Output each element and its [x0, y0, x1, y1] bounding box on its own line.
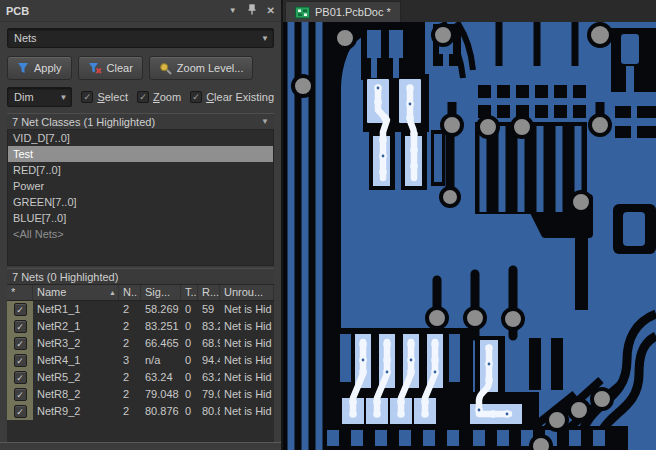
net-enable-checkbox[interactable]: ✓ — [14, 337, 27, 350]
select-checkbox[interactable]: ✓ Select — [81, 91, 128, 103]
net-cell: 0 — [181, 369, 198, 386]
net-cell: Net is Hid — [220, 318, 274, 335]
net-row[interactable]: ✓NetR3_2266.465068.9Net is Hid — [7, 335, 274, 352]
net-row[interactable]: ✓NetR4_13n/a094.4Net is Hid — [7, 352, 274, 369]
nets-header[interactable]: 7 Nets (0 Highlighted) — [7, 268, 274, 285]
column-header-[interactable]: * — [7, 285, 33, 300]
column-header-n[interactable]: N.. — [119, 285, 141, 300]
column-header-sig[interactable]: Sig... — [141, 285, 181, 300]
net-class-item[interactable]: RED[7..0] — [8, 162, 273, 178]
tab-label: PB01.PcbDoc * — [315, 6, 391, 18]
net-cell: 80.876 — [141, 403, 181, 420]
clear-existing-checkbox[interactable]: ✓ Clear Existing — [190, 91, 274, 103]
dim-value: Dim — [14, 91, 34, 103]
net-enable-cell: ✓ — [7, 386, 33, 403]
apply-button[interactable]: Apply — [7, 56, 72, 80]
combo-arrow-icon: ▼ — [257, 34, 273, 43]
close-icon[interactable]: ✕ — [267, 5, 275, 16]
net-row[interactable]: ✓NetR8_2279.048079.0Net is Hid — [7, 386, 274, 403]
clear-label: Clear — [107, 62, 133, 74]
net-cell: NetR2_1 — [33, 318, 119, 335]
net-enable-checkbox[interactable]: ✓ — [14, 388, 27, 401]
nets-header-label: 7 Nets (0 Highlighted) — [12, 271, 118, 283]
net-enable-checkbox[interactable]: ✓ — [14, 303, 27, 316]
zoom-checkbox[interactable]: ✓ Zoom — [137, 91, 181, 103]
net-cell: Net is Hid — [220, 386, 274, 403]
net-row[interactable]: ✓NetR9_2280.876080.8Net is Hid — [7, 403, 274, 420]
net-class-list: VID_D[7..0]TestRED[7..0]PowerGREEN[7..0]… — [7, 130, 274, 266]
zoom-level-button[interactable]: Zoom Level... — [149, 56, 254, 80]
panel-mode-value: Nets — [14, 32, 37, 44]
net-enable-cell: ✓ — [7, 352, 33, 369]
column-header-unrou[interactable]: Unrou... — [220, 285, 274, 300]
apply-funnel-icon — [17, 62, 29, 74]
column-header-name[interactable]: Name▲ — [33, 285, 119, 300]
nets-empty-area — [7, 420, 274, 442]
tab-pb01-pcbdoc[interactable]: PB01.PcbDoc * — [285, 1, 401, 22]
net-enable-cell: ✓ — [7, 369, 33, 386]
net-cell: 83.2 — [198, 318, 220, 335]
net-cell: 0 — [181, 352, 198, 369]
pcb-panel-header: PCB ▼ ✕ — [0, 0, 281, 22]
net-cell: 0 — [181, 386, 198, 403]
net-cell: 68.9 — [198, 335, 220, 352]
net-cell: 66.465 — [141, 335, 181, 352]
select-label: Select — [97, 91, 128, 103]
net-cell: 2 — [119, 403, 141, 420]
net-class-item[interactable]: Power — [8, 178, 273, 194]
nets-header-row: *Name▲N..Sig...T...R...Unrou... — [7, 285, 274, 301]
net-class-item[interactable]: Test — [8, 146, 273, 162]
net-classes-header-label: 7 Net Classes (1 Highlighted) — [12, 116, 155, 128]
pin-icon[interactable] — [247, 4, 257, 17]
altium-window: PCB ▼ ✕ Nets ▼ Apply — [0, 0, 656, 450]
net-cell: 0 — [181, 301, 198, 318]
net-class-item[interactable]: BLUE[7..0] — [8, 210, 273, 226]
column-header-r[interactable]: R... — [198, 285, 220, 300]
net-cell: NetR1_1 — [33, 301, 119, 318]
clear-button[interactable]: Clear — [78, 56, 143, 80]
net-row[interactable]: ✓NetR2_1283.251083.2Net is Hid — [7, 318, 274, 335]
pcb-canvas[interactable] — [283, 22, 656, 450]
panel-mode-select[interactable]: Nets ▼ — [7, 28, 274, 48]
net-cell: 2 — [119, 301, 141, 318]
net-row[interactable]: ✓NetR1_1258.269059Net is Hid — [7, 301, 274, 318]
net-enable-checkbox[interactable]: ✓ — [14, 405, 27, 418]
clear-existing-label: Clear Existing — [206, 91, 274, 103]
net-cell: 3 — [119, 352, 141, 369]
net-class-item[interactable]: GREEN[7..0] — [8, 194, 273, 210]
pcbdoc-icon — [295, 6, 310, 19]
net-enable-cell: ✓ — [7, 335, 33, 352]
net-enable-checkbox[interactable]: ✓ — [14, 371, 27, 384]
net-enable-checkbox[interactable]: ✓ — [14, 354, 27, 367]
clear-funnel-icon — [88, 62, 102, 74]
net-classes-header[interactable]: 7 Net Classes (1 Highlighted) ▼ — [7, 113, 274, 130]
column-header-t[interactable]: T... — [181, 285, 198, 300]
pcb-panel: PCB ▼ ✕ Nets ▼ Apply — [0, 0, 283, 450]
net-cell: 79.0 — [198, 386, 220, 403]
net-cell: 2 — [119, 386, 141, 403]
pcb-view — [283, 22, 656, 450]
net-cell: 63.24 — [141, 369, 181, 386]
pcb-panel-body: Nets ▼ Apply Clear — [0, 22, 281, 442]
net-cell: 2 — [119, 335, 141, 352]
nets-section: 7 Nets (0 Highlighted) *Name▲N..Sig...T.… — [7, 268, 274, 420]
net-cell: 59 — [198, 301, 220, 318]
net-cell: NetR8_2 — [33, 386, 119, 403]
nets-rows: ✓NetR1_1258.269059Net is Hid✓NetR2_1283.… — [7, 301, 274, 420]
combo-arrow-icon: ▼ — [55, 93, 71, 102]
net-cell: NetR5_2 — [33, 369, 119, 386]
options-row: Dim ▼ ✓ Select ✓ Zoom ✓ Clear Existing — [7, 87, 274, 107]
document-area: PB01.PcbDoc * — [283, 0, 656, 450]
net-enable-cell: ✓ — [7, 403, 33, 420]
net-enable-checkbox[interactable]: ✓ — [14, 320, 27, 333]
net-class-item[interactable]: VID_D[7..0] — [8, 130, 273, 146]
dim-select[interactable]: Dim ▼ — [7, 87, 72, 107]
net-row[interactable]: ✓NetR5_2263.24063.2Net is Hid — [7, 369, 274, 386]
net-cell: Net is Hid — [220, 301, 274, 318]
net-cell: 63.2 — [198, 369, 220, 386]
net-class-item[interactable]: <All Nets> — [8, 226, 273, 242]
panel-dropdown-icon[interactable]: ▼ — [229, 6, 237, 15]
document-tabbar: PB01.PcbDoc * — [283, 0, 656, 22]
net-enable-cell: ✓ — [7, 301, 33, 318]
toolbar: Apply Clear Zoom Level... — [7, 56, 274, 80]
